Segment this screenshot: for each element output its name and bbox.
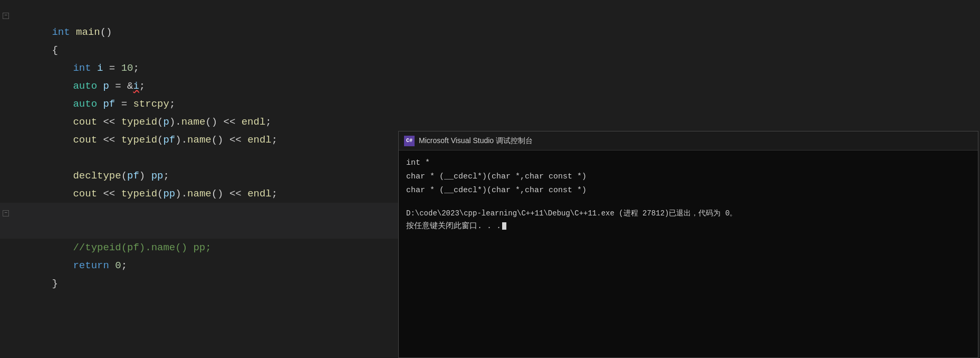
- code-line-1: − int main(): [0, 5, 401, 23]
- console-close-text: 按任意键关闭此窗口. . .: [406, 222, 501, 231]
- code-line-3: int i = 10;: [0, 41, 401, 59]
- code-line-7: cout << typeid(pf).name() << endl;: [0, 113, 401, 131]
- code-line-6: cout << typeid(p).name() << endl;: [0, 95, 401, 113]
- code-line-13: //typeid(pf).name() pp;: [0, 221, 401, 239]
- console-output-line-3: char * (__cdecl*)(char *,char const *): [406, 184, 971, 197]
- console-cursor: [502, 222, 506, 230]
- line-indicator-12: −: [0, 210, 12, 216]
- fold-icon-1[interactable]: −: [3, 13, 9, 19]
- code-editor: − int main() { int i = 10; auto p = &i; …: [0, 0, 401, 358]
- console-output-line-1: int *: [406, 157, 971, 169]
- code-line-10: cout << typeid(pp).name() << endl;: [0, 167, 401, 185]
- console-close-message: 按任意键关闭此窗口. . .: [406, 220, 971, 233]
- fold-icon-12[interactable]: −: [3, 210, 9, 216]
- console-exit-message: D:\code\2023\cpp-learning\C++11\Debug\C+…: [406, 208, 971, 219]
- console-window[interactable]: C# Microsoft Visual Studio 调试控制台 int * c…: [398, 131, 978, 358]
- code-line-4: auto p = &i;: [0, 59, 401, 77]
- code-line-16: [0, 275, 401, 293]
- console-blank-line: [406, 198, 971, 208]
- code-line-14: return 0;: [0, 239, 401, 257]
- code-line-12: − //auto pp = pf;: [0, 203, 401, 221]
- console-title-icon: C#: [404, 136, 415, 146]
- console-output-line-2: char * (__cdecl*)(char *,char const *): [406, 171, 971, 183]
- line-indicator-1: −: [0, 13, 12, 19]
- code-line-8: [0, 131, 401, 149]
- code-line-5: auto pf = strcpy;: [0, 77, 401, 95]
- code-line-11: [0, 185, 401, 203]
- code-line-2: {: [0, 23, 401, 41]
- console-body: int * char * (__cdecl*)(char *,char cons…: [399, 150, 978, 240]
- console-title-text: Microsoft Visual Studio 调试控制台: [419, 136, 533, 146]
- console-titlebar: C# Microsoft Visual Studio 调试控制台: [399, 131, 978, 150]
- code-line-9: decltype(pf) pp;: [0, 149, 401, 167]
- code-line-15: }: [0, 257, 401, 275]
